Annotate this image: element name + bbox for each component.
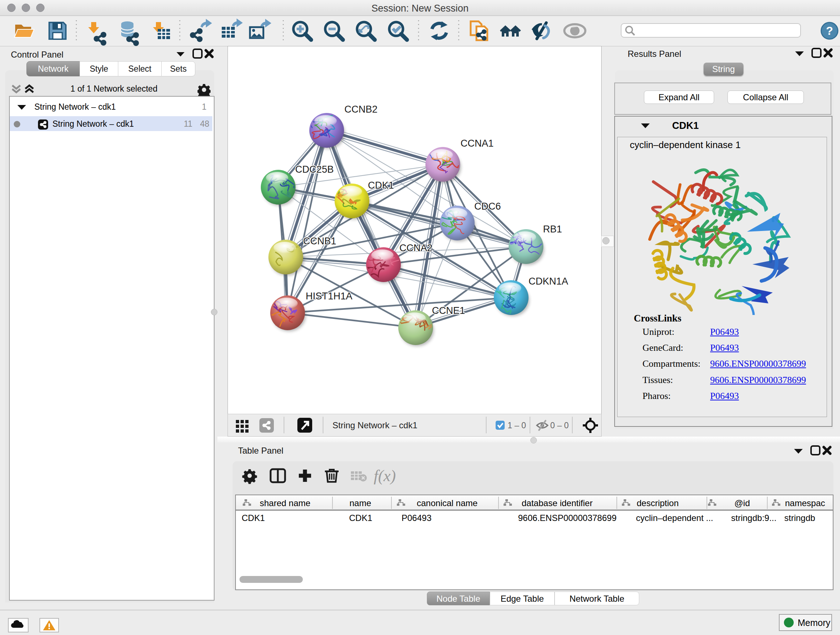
svg-text:CDK1: CDK1 — [368, 180, 394, 191]
svg-text:CDC25B: CDC25B — [295, 164, 334, 175]
svg-text:CCNA2: CCNA2 — [399, 242, 433, 253]
svg-text:CCNE1: CCNE1 — [432, 305, 465, 316]
svg-text:CDC6: CDC6 — [474, 201, 501, 212]
svg-text:CCNB1: CCNB1 — [303, 236, 336, 247]
svg-text:?: ? — [826, 24, 833, 37]
svg-text:CDKN1A: CDKN1A — [529, 276, 568, 287]
svg-text:HIST1H1A: HIST1H1A — [306, 291, 352, 302]
svg-text:RB1: RB1 — [543, 224, 562, 234]
svg-text:f(x): f(x) — [374, 467, 396, 485]
svg-text:CCNB2: CCNB2 — [344, 104, 378, 115]
svg-text:CCNA1: CCNA1 — [461, 138, 494, 149]
